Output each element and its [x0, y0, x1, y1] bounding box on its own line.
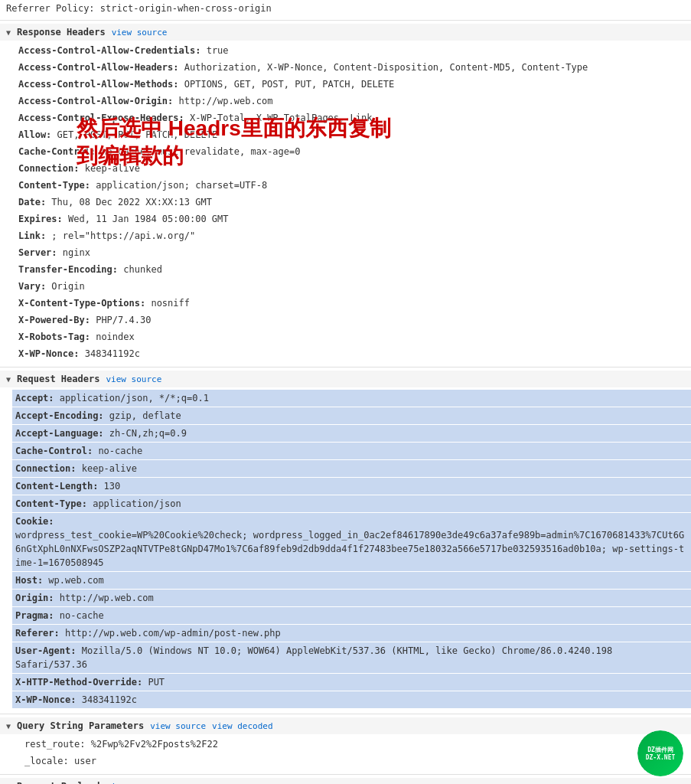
query-param-key: _locale:	[24, 756, 69, 766]
response-header-key: Link:	[18, 230, 46, 241]
watermark-line2: DZ-X.NET	[646, 754, 676, 761]
response-header-key: Access-Control-Expose-Headers:	[18, 113, 184, 123]
request-header-key: Content-Length:	[15, 481, 98, 492]
request-header-row-highlighted: Origin: http://wp.web.com	[12, 590, 691, 606]
request-payload-title: Request Payload	[17, 781, 99, 784]
response-header-key: Content-Type:	[18, 180, 90, 191]
request-header-key: X-WP-Nonce:	[15, 694, 76, 705]
query-string-body: rest_route: %2Fwp%2Fv2%2Fposts%2F22_loca…	[0, 734, 691, 771]
referrer-policy-row: Referrer Policy: strict-origin-when-cros…	[0, 0, 691, 20]
request-header-value: PUT	[148, 677, 165, 688]
response-header-row: Link: ; rel="https://api.w.org/"	[12, 227, 691, 244]
request-header-value: keep-alive	[82, 463, 137, 474]
request-header-key: Accept-Encoding:	[15, 410, 104, 421]
response-header-value: PHP/7.4.30	[96, 315, 151, 325]
response-header-key: Access-Control-Allow-Credentials:	[18, 45, 200, 56]
request-header-row-highlighted: Connection: keep-alive	[12, 460, 691, 477]
query-string-view-decoded[interactable]: view decoded	[212, 721, 272, 731]
request-header-value: gzip, deflate	[109, 410, 181, 421]
request-header-key: X-HTTP-Method-Override:	[15, 677, 142, 688]
request-header-value: http://wp.web.com/wp-admin/post-new.php	[65, 628, 281, 639]
response-header-row: Server: nginx	[12, 244, 691, 261]
request-header-row-highlighted: Accept-Encoding: gzip, deflate	[12, 407, 691, 424]
query-param-key: rest_route:	[24, 739, 85, 750]
request-header-value: no-cache	[60, 610, 104, 621]
response-header-value: X-WP-Total, X-WP-TotalPages, Link	[190, 113, 372, 123]
response-header-row: Transfer-Encoding: chunked	[12, 261, 691, 278]
response-header-value: Wed, 11 Jan 1984 05:00:00 GMT	[68, 214, 229, 224]
response-header-key: Access-Control-Allow-Headers:	[18, 62, 179, 73]
request-header-value: wp.web.com	[48, 575, 103, 586]
response-headers-section: ▼ Response Headers view source Access-Co…	[0, 20, 691, 367]
request-payload-view-source[interactable]: view source	[106, 782, 161, 785]
request-header-row-highlighted: Host: wp.web.com	[12, 572, 691, 589]
response-headers-header[interactable]: ▼ Response Headers view source	[0, 24, 691, 41]
response-header-value: Authorization, X-WP-Nonce, Content-Dispo…	[184, 62, 588, 73]
response-header-row: Access-Control-Allow-Credentials: true	[12, 42, 691, 59]
request-headers-view-source[interactable]: view source	[106, 374, 161, 384]
request-header-value: 348341192c	[82, 694, 137, 705]
response-header-row: Allow: GET, POST, PUT, PATCH, DELETE	[12, 126, 691, 143]
request-header-key: Cache-Control:	[15, 446, 93, 456]
response-header-value: ; rel="https://api.w.org/"	[51, 230, 195, 241]
response-headers-view-source[interactable]: view source	[112, 28, 168, 38]
query-string-view-source[interactable]: view source	[150, 721, 206, 731]
response-header-value: OPTIONS, GET, POST, PUT, PATCH, DELETE	[184, 79, 395, 90]
response-header-value: 348341192c	[85, 348, 140, 359]
query-param-row: _locale: user	[12, 753, 691, 769]
response-header-row: Expires: Wed, 11 Jan 1984 05:00:00 GMT	[12, 211, 691, 227]
request-header-row-highlighted: Cookie: wordpress_test_cookie=WP%20Cooki…	[12, 513, 691, 571]
request-header-row-highlighted: Accept-Language: zh-CN,zh;q=0.9	[12, 425, 691, 442]
query-string-section: ▼ Query String Parameters view source vi…	[0, 714, 691, 774]
response-header-key: Date:	[18, 197, 46, 207]
response-header-value: GET, POST, PUT, PATCH, DELETE	[57, 129, 218, 140]
request-header-key: Host:	[15, 575, 43, 586]
response-header-row: Access-Control-Expose-Headers: X-WP-Tota…	[12, 109, 691, 126]
request-headers-arrow: ▼	[6, 375, 11, 384]
request-header-row-highlighted: Referer: http://wp.web.com/wp-admin/post…	[12, 625, 691, 642]
response-header-key: Connection:	[18, 163, 79, 174]
request-header-value: application/json	[93, 498, 181, 509]
request-header-key: User-Agent:	[15, 645, 76, 656]
response-header-key: Transfer-Encoding:	[18, 264, 118, 275]
request-payload-header[interactable]: ▼ Request Payload view source	[0, 778, 691, 784]
response-header-row: Access-Control-Allow-Methods: OPTIONS, G…	[12, 76, 691, 93]
referrer-policy-value: strict-origin-when-cross-origin	[100, 3, 272, 14]
request-headers-title: Request Headers	[17, 374, 99, 384]
response-header-row: Cache-Control: no-cache, must-revalidate…	[12, 143, 691, 160]
response-header-key: X-Powered-By:	[18, 315, 90, 325]
referrer-policy-key: Referrer Policy:	[6, 3, 95, 14]
request-header-key: Content-Type:	[15, 498, 87, 509]
response-header-row: X-Content-Type-Options: nosniff	[12, 295, 691, 312]
request-header-key: Connection:	[15, 463, 76, 474]
request-header-value: no-cache	[98, 446, 142, 456]
request-headers-body: Accept: application/json, */*;q=0.1Accep…	[0, 387, 691, 710]
request-payload-section: ▼ Request Payload view source ▼ {id: 22,…	[0, 774, 691, 784]
response-header-key: Expires:	[18, 214, 63, 224]
request-header-key: Pragma:	[15, 610, 54, 621]
query-param-row: rest_route: %2Fwp%2Fv2%2Fposts%2F22	[12, 736, 691, 753]
response-header-key: Allow:	[18, 129, 51, 140]
request-header-key: Accept:	[15, 393, 54, 403]
response-header-key: Cache-Control:	[18, 146, 96, 157]
request-header-row-highlighted: X-HTTP-Method-Override: PUT	[12, 674, 691, 691]
request-headers-header[interactable]: ▼ Request Headers view source	[0, 371, 691, 387]
response-header-row: X-Powered-By: PHP/7.4.30	[12, 312, 691, 328]
watermark: DZ插件网 DZ-X.NET	[637, 730, 683, 776]
response-header-value: Thu, 08 Dec 2022 XX:XX:13 GMT	[51, 197, 212, 207]
request-header-row-highlighted: User-Agent: Mozilla/5.0 (Windows NT 10.0…	[12, 642, 691, 673]
query-param-value: user	[74, 756, 96, 766]
response-header-key: Access-Control-Allow-Origin:	[18, 96, 173, 106]
request-header-value: 130	[104, 481, 121, 492]
response-header-key: X-Content-Type-Options:	[18, 298, 145, 309]
response-header-value: true	[207, 45, 229, 56]
response-header-value: chunked	[123, 264, 162, 275]
response-headers-arrow: ▼	[6, 28, 11, 37]
response-header-value: http://wp.web.com	[179, 96, 273, 106]
watermark-inner: DZ插件网 DZ-X.NET	[637, 730, 683, 776]
query-string-header[interactable]: ▼ Query String Parameters view source vi…	[0, 717, 691, 734]
request-header-value: zh-CN,zh;q=0.9	[109, 428, 187, 439]
query-string-arrow: ▼	[6, 722, 11, 730]
query-string-title: Query String Parameters	[17, 720, 144, 731]
request-header-value: Mozilla/5.0 (Windows NT 10.0; WOW64) App…	[15, 645, 612, 670]
